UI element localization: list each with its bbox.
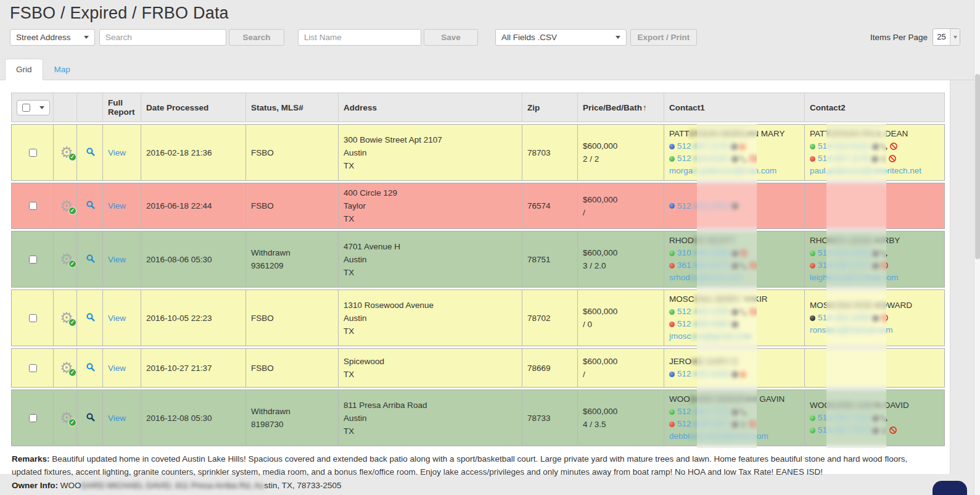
gear-icon[interactable]: ⚙✓: [59, 251, 75, 267]
header-status-mls[interactable]: Status, MLS#: [245, 93, 338, 122]
price-value: $600,000: [583, 355, 659, 368]
search-field-select[interactable]: Street Address: [10, 29, 95, 46]
bed-bath-value: 2 / 2: [583, 152, 659, 165]
row-checkbox[interactable]: [29, 149, 37, 157]
phone-number-link[interactable]: 512-263-7125: [818, 412, 870, 424]
phone-status-dot-icon: [669, 309, 675, 315]
row-checkbox[interactable]: [29, 364, 37, 372]
magnifier-icon[interactable]: [86, 312, 96, 322]
row-sync-cell: ⚙✓: [53, 231, 76, 288]
view-report-link[interactable]: View: [108, 201, 126, 210]
do-not-call-icon: [749, 261, 757, 270]
row-checkbox[interactable]: [29, 256, 37, 264]
text: 512: [677, 319, 691, 328]
header-contact1[interactable]: Contact1: [664, 93, 804, 122]
export-format-select[interactable]: All Fields .CSV: [495, 29, 627, 46]
magnifier-icon[interactable]: [86, 200, 96, 210]
phone-number-link[interactable]: 361-854-6673: [677, 259, 729, 272]
magnifier-icon[interactable]: [86, 254, 96, 264]
contact-phone-line: 512-459-4580: [669, 318, 799, 330]
check-badge-icon: ✓: [68, 368, 76, 376]
row-checkbox[interactable]: [29, 314, 37, 322]
chat-widget-button[interactable]: [933, 481, 967, 495]
gear-icon[interactable]: ⚙✓: [59, 410, 75, 426]
gear-icon[interactable]: ⚙✓: [59, 144, 75, 160]
header-full-report: Full Report: [102, 93, 141, 122]
phone-number-link[interactable]: 310-936-0717: [818, 259, 870, 272]
search-input[interactable]: [99, 29, 226, 46]
header-zip[interactable]: Zip: [522, 93, 577, 122]
row-sync-cell: ⚙✓: [53, 124, 76, 181]
view-report-link[interactable]: View: [108, 364, 126, 373]
magnifier-icon[interactable]: [86, 362, 96, 372]
tab-map[interactable]: Map: [43, 59, 81, 80]
gear-icon[interactable]: ⚙✓: [59, 198, 75, 214]
search-button[interactable]: Search: [229, 29, 284, 46]
phone-number-link[interactable]: 512-263-7125: [677, 406, 729, 418]
text: 310: [677, 248, 691, 257]
items-per-page-select[interactable]: 25: [933, 28, 960, 46]
redacted-text: n.patterson@m: [693, 166, 750, 175]
row-checkbox[interactable]: [29, 202, 37, 210]
tab-grid[interactable]: Grid: [5, 59, 43, 80]
magnifier-icon[interactable]: [86, 147, 96, 157]
save-button[interactable]: Save: [424, 29, 478, 46]
phone-status-dot-icon: [810, 315, 815, 321]
contact-email-link[interactable]: debbiewoodard@mac.com: [669, 430, 799, 443]
text: RHOD: [669, 236, 694, 245]
scrollbar[interactable]: [974, 0, 980, 495]
contact-phone-line: 512-263-7125: [810, 412, 939, 424]
phone-status-dot-icon: [669, 263, 675, 268]
phone-number-link[interactable]: 512-657-1178: [818, 152, 869, 165]
contact-email-link[interactable]: leighkirby@hotmail.com: [810, 272, 939, 284]
header-date-processed[interactable]: Date Processed: [141, 93, 245, 122]
header-address[interactable]: Address: [338, 93, 522, 122]
gear-icon[interactable]: ⚙✓: [59, 310, 75, 326]
phone-number-link[interactable]: 512-415-4246: [677, 368, 729, 380]
phone-number-link[interactable]: 512-516-3006: [818, 247, 870, 259]
address-line: 400 Circle 129: [344, 186, 517, 199]
header-price-bed-bath[interactable]: Price/Bed/Bath↑: [577, 93, 664, 122]
gear-icon[interactable]: ⚙✓: [59, 360, 75, 376]
row-lookup-cell: [76, 389, 102, 446]
select-all-dropdown[interactable]: [17, 100, 50, 115]
export-print-button[interactable]: Export / Print: [630, 29, 697, 46]
contact-cell: PATTERSON MORGAN MARY512-657-1178512-614…: [664, 124, 804, 181]
text: l.com: [873, 325, 892, 335]
contact-email-link[interactable]: jmoscona@gmail.com: [669, 330, 799, 343]
view-report-link[interactable]: View: [108, 255, 126, 264]
zip-cell: 76574: [522, 183, 577, 229]
contact-phone-line: 512-304-2900: [669, 200, 799, 212]
select-all-checkbox[interactable]: [22, 104, 30, 112]
phone-number-link[interactable]: 512-453-1009: [677, 306, 729, 318]
list-name-input[interactable]: [298, 29, 421, 46]
redacted-text: ona@gmail.co: [691, 331, 744, 341]
header-contact2[interactable]: Contact2: [804, 93, 945, 122]
phone-number-link[interactable]: 512-614-6152: [818, 140, 870, 152]
address-line: 1310 Rosewood Avenue: [344, 299, 517, 312]
view-report-link[interactable]: View: [108, 148, 126, 157]
phone-number-link[interactable]: 512-453-1009: [818, 312, 870, 324]
contact-email-link[interactable]: srhodes@lwon.com: [669, 272, 799, 284]
tab-bar: Grid Map: [0, 59, 980, 80]
contact-email-link[interactable]: ronstein@hotmail.com: [810, 324, 939, 336]
contact-cell: JEROME GARY D512-415-4246: [664, 348, 804, 388]
status-dot-icon: [731, 421, 738, 428]
phone-number-link[interactable]: 512-657-1178: [677, 140, 728, 152]
magnifier-icon[interactable]: [86, 412, 96, 422]
header-sync-cell: [53, 93, 76, 122]
contact-email-link[interactable]: paul.patterson@ameritech.net: [810, 165, 939, 177]
phone-number-link[interactable]: 512-304-2900: [677, 200, 729, 212]
view-report-link[interactable]: View: [108, 314, 126, 323]
row-checkbox[interactable]: [29, 414, 37, 422]
phone-number-link[interactable]: 512-614-6152: [677, 152, 729, 165]
phone-number-link[interactable]: 512-459-4580: [677, 318, 729, 330]
view-report-link[interactable]: View: [108, 414, 126, 423]
phone-number-link[interactable]: 310-936-3966: [677, 247, 729, 259]
phone-number-link[interactable]: 512-887-7876: [818, 424, 870, 436]
scrollbar-thumb[interactable]: [975, 74, 980, 259]
contact-email-link[interactable]: morgan.patterson@msn.com: [669, 165, 799, 177]
contact-cell: MOSCONA JERRY YAKIR512-453-1009512-459-4…: [664, 289, 804, 346]
status-dot-icon: [731, 409, 738, 415]
phone-number-link[interactable]: 512-626-0267: [677, 418, 729, 430]
